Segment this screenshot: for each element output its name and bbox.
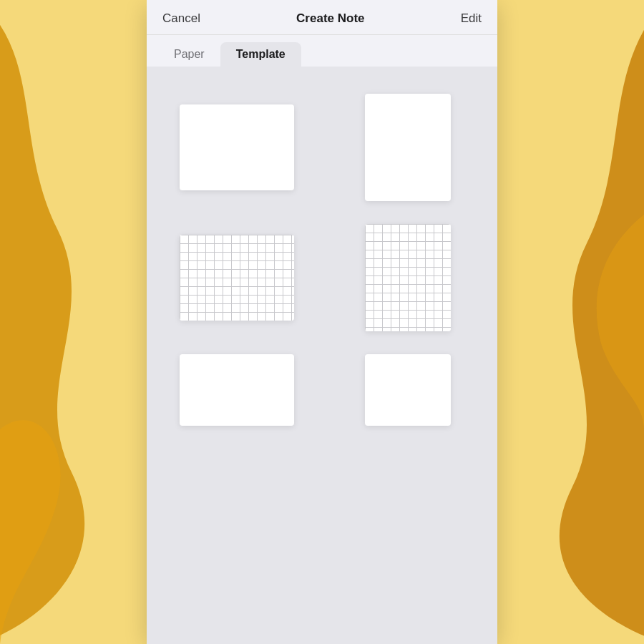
content-area xyxy=(147,67,497,644)
grid-pattern-portrait xyxy=(365,224,451,331)
edit-button[interactable]: Edit xyxy=(457,10,486,27)
tab-template[interactable]: Template xyxy=(220,42,301,67)
template-blank-landscape[interactable] xyxy=(180,104,294,190)
page-title: Create Note xyxy=(296,11,364,26)
modal-header: Cancel Create Note Edit xyxy=(147,0,497,35)
tab-bar: Paper Template xyxy=(147,35,497,67)
template-cell-6 xyxy=(332,354,483,426)
template-blank-landscape-2[interactable] xyxy=(180,354,294,426)
tab-paper[interactable]: Paper xyxy=(158,42,220,67)
template-grid-landscape[interactable] xyxy=(180,235,294,321)
template-cell-3 xyxy=(161,224,312,331)
cancel-button[interactable]: Cancel xyxy=(158,10,205,27)
template-grid-portrait[interactable] xyxy=(365,224,451,331)
template-cell-1 xyxy=(161,94,312,201)
template-blank-portrait-2[interactable] xyxy=(365,354,451,426)
template-cell-5 xyxy=(161,354,312,426)
grid-pattern-landscape xyxy=(180,235,294,321)
template-blank-portrait[interactable] xyxy=(365,94,451,201)
modal: Cancel Create Note Edit Paper Template xyxy=(147,0,497,644)
template-cell-4 xyxy=(332,224,483,331)
template-cell-2 xyxy=(332,94,483,201)
template-grid xyxy=(161,87,483,433)
